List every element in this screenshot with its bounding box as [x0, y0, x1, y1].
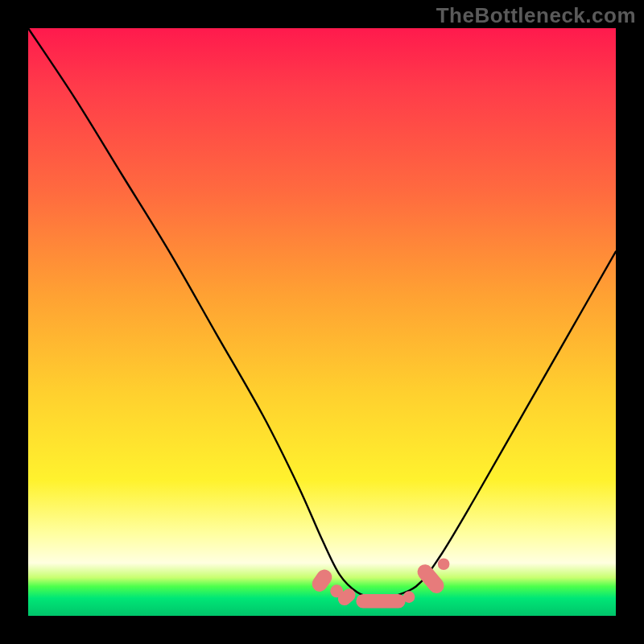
plot-area: [28, 28, 616, 616]
curve-marker: [438, 558, 450, 570]
chart-frame: TheBottleneck.com: [0, 0, 644, 644]
curve-marker: [356, 594, 405, 609]
curve-marker: [403, 591, 415, 603]
bottleneck-curve: [28, 28, 616, 600]
watermark-text: TheBottleneck.com: [436, 3, 636, 28]
bottleneck-curve-svg: [28, 28, 616, 616]
curve-markers: [309, 558, 450, 608]
